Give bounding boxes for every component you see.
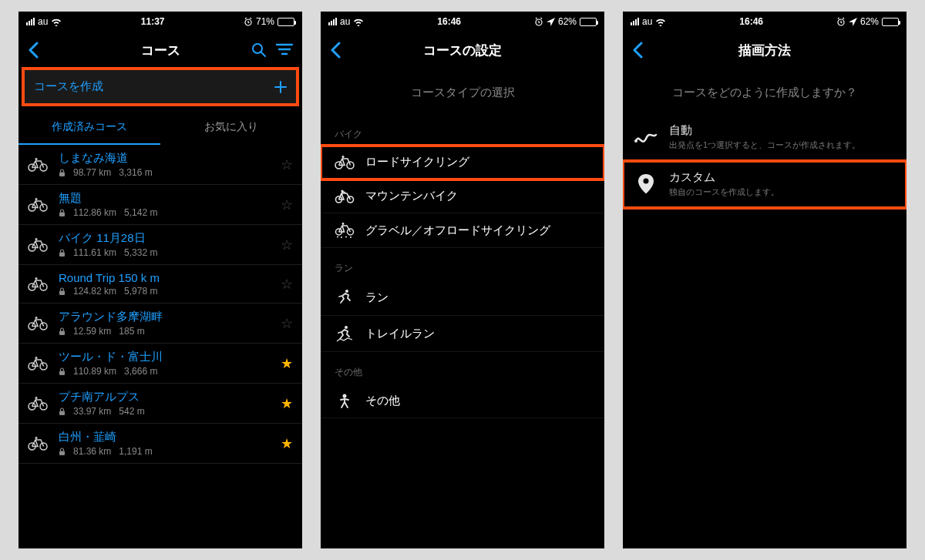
- course-elevation: 542 m: [119, 406, 144, 417]
- bike-icon: [25, 397, 51, 411]
- course-elevation: 5,332 m: [124, 247, 157, 258]
- course-distance: 12.59 km: [73, 326, 111, 337]
- course-row[interactable]: 無題112.86 km5,142 m☆: [18, 185, 302, 225]
- course-row[interactable]: しまなみ海道98.77 km3,316 m☆: [18, 145, 302, 185]
- course-row[interactable]: プチ南アルプス33.97 km542 m★: [18, 384, 302, 424]
- location-icon: [547, 18, 555, 26]
- svg-point-1: [253, 44, 262, 53]
- favorite-star[interactable]: ☆: [281, 236, 293, 253]
- page-title: 描画方法: [669, 42, 860, 59]
- favorite-star[interactable]: ☆: [281, 196, 293, 213]
- battery-icon: [278, 18, 294, 26]
- course-type-option[interactable]: トレイルラン: [321, 316, 604, 352]
- course-type-option[interactable]: その他: [321, 384, 604, 418]
- battery-icon: [580, 18, 597, 26]
- phone-screen-draw-method: au 16:46 62% 描画方法 コースをどのように作成しますか？ 自動出発点…: [623, 12, 906, 548]
- course-elevation: 1,191 m: [119, 446, 152, 457]
- bike-icon: [25, 277, 51, 291]
- course-name: ツール・ド・富士川: [59, 350, 273, 364]
- course-distance: 110.89 km: [73, 366, 116, 377]
- svg-rect-29: [59, 411, 65, 415]
- favorite-star[interactable]: ★: [281, 435, 293, 452]
- favorite-star[interactable]: ☆: [281, 156, 293, 173]
- course-elevation: 3,316 m: [119, 167, 152, 178]
- svg-point-12: [35, 238, 38, 240]
- page-title: コースの設定: [367, 42, 558, 59]
- svg-point-44: [337, 236, 338, 238]
- svg-point-45: [341, 236, 342, 238]
- group-header: バイク: [321, 114, 604, 146]
- lock-icon: [59, 327, 66, 336]
- course-type-option[interactable]: マウンテンバイク: [321, 179, 604, 213]
- plus-icon: [274, 81, 287, 93]
- favorite-star[interactable]: ★: [281, 395, 293, 412]
- battery-icon: [882, 18, 899, 26]
- svg-rect-17: [59, 290, 65, 295]
- signal-icon: [328, 18, 337, 25]
- lock-icon: [59, 249, 66, 257]
- svg-rect-33: [59, 451, 65, 455]
- svg-point-16: [35, 277, 38, 280]
- option-label: ロードサイクリング: [365, 155, 469, 169]
- auto-icon: [634, 130, 658, 144]
- create-course-button[interactable]: コースを作成: [23, 69, 298, 105]
- battery-pct: 71%: [256, 16, 274, 27]
- clock: 16:46: [739, 16, 763, 27]
- bike-icon: [25, 198, 51, 212]
- svg-point-46: [345, 236, 347, 238]
- tab-favorites[interactable]: お気に入り: [160, 111, 302, 145]
- course-type-option[interactable]: ラン: [321, 280, 604, 316]
- course-type-option[interactable]: グラベル／オフロードサイクリング: [321, 213, 604, 248]
- svg-point-47: [350, 236, 352, 238]
- option-title: カスタム: [669, 170, 896, 185]
- lock-icon: [59, 407, 66, 416]
- bike-icon: [25, 317, 51, 330]
- option-desc: 出発点を1つ選択すると、コースが作成されます。: [669, 139, 896, 151]
- back-button[interactable]: [28, 42, 39, 59]
- group-header: ラン: [321, 248, 604, 280]
- filter-icon[interactable]: [276, 42, 293, 58]
- course-distance: 112.86 km: [73, 207, 116, 218]
- tab-created[interactable]: 作成済みコース: [18, 111, 160, 145]
- course-row[interactable]: バイク 11月28日111.61 km5,332 m☆: [18, 225, 302, 265]
- course-row[interactable]: アラウンド多摩湖畔12.59 km185 m☆: [18, 303, 302, 344]
- course-row[interactable]: 白州・韮崎81.36 km1,191 m★: [18, 424, 302, 464]
- favorite-star[interactable]: ★: [281, 355, 293, 372]
- course-row[interactable]: ツール・ド・富士川110.89 km3,666 m★: [18, 344, 302, 384]
- favorite-star[interactable]: ☆: [281, 276, 293, 293]
- svg-point-28: [35, 397, 38, 399]
- course-row[interactable]: Round Trip 150 k m124.82 km5,978 m☆: [18, 265, 302, 303]
- course-type-option[interactable]: ロードサイクリング: [321, 146, 604, 179]
- signal-icon: [631, 18, 639, 25]
- nav-bar: コース: [18, 32, 302, 69]
- back-button[interactable]: [632, 42, 643, 59]
- lock-icon: [59, 367, 66, 376]
- status-bar: au 16:46 62%: [623, 12, 906, 32]
- other-icon: [335, 393, 355, 408]
- course-distance: 98.77 km: [73, 167, 111, 178]
- draw-method-option[interactable]: 自動出発点を1つ選択すると、コースが作成されます。: [623, 114, 906, 161]
- favorite-star[interactable]: ☆: [281, 315, 293, 332]
- lock-icon: [59, 448, 66, 456]
- phone-screen-courses: au 11:37 71% コース: [18, 12, 302, 548]
- group-header: その他: [321, 352, 604, 384]
- svg-rect-21: [59, 330, 65, 335]
- search-icon[interactable]: [251, 42, 267, 58]
- option-title: 自動: [669, 123, 896, 138]
- draw-method-option[interactable]: カスタム独自のコースを作成します。: [623, 161, 906, 208]
- mtb-icon: [335, 189, 355, 203]
- svg-point-37: [342, 156, 345, 158]
- svg-point-24: [35, 357, 38, 359]
- bike-icon: [25, 437, 51, 451]
- svg-point-53: [644, 179, 649, 184]
- trail-run-icon: [335, 325, 355, 342]
- pin-icon: [634, 174, 658, 194]
- battery-pct: 62%: [558, 16, 577, 27]
- svg-point-48: [345, 290, 348, 293]
- nav-bar: コースの設定: [321, 32, 604, 69]
- bike-icon: [25, 357, 51, 371]
- carrier-label: au: [340, 16, 350, 27]
- course-distance: 33.97 km: [73, 406, 111, 417]
- option-label: ラン: [365, 290, 388, 305]
- back-button[interactable]: [330, 42, 341, 59]
